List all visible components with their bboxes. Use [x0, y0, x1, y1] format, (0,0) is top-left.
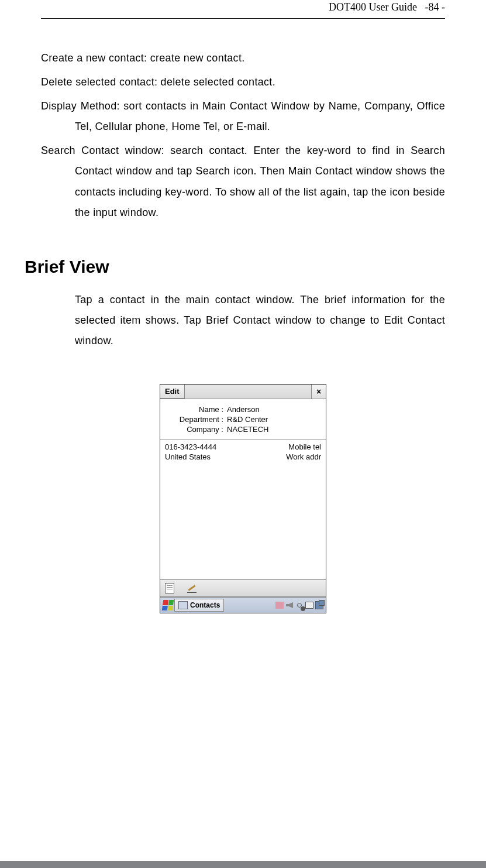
- taskbar: Contacts: [160, 597, 326, 613]
- paragraph-display-method: Display Method: sort contacts in Main Co…: [41, 96, 445, 137]
- taskbar-app-button[interactable]: Contacts: [174, 599, 224, 612]
- titlebar-spacer: [185, 385, 311, 399]
- list-row-address[interactable]: United States Work addr: [165, 452, 321, 462]
- value-department: R&D Center: [227, 415, 320, 424]
- section-heading-brief-view: Brief View: [25, 257, 445, 277]
- tray-windows-icon[interactable]: [315, 601, 323, 609]
- tray-connection-icon[interactable]: [295, 601, 304, 609]
- document-icon[interactable]: [165, 583, 174, 593]
- tray-keyboard-icon[interactable]: [305, 601, 313, 609]
- page-footer-bar: [0, 861, 486, 868]
- embedded-screenshot: Edit × Name : Anderson Department : R&D …: [41, 384, 445, 613]
- header-title: DOT400 User Guide: [329, 1, 417, 13]
- tray-hand-icon[interactable]: [275, 601, 284, 609]
- taskbar-app-label: Contacts: [190, 601, 220, 609]
- info-row-name: Name : Anderson: [166, 405, 320, 414]
- paragraph-brief-view: Tap a contact in the main contact window…: [41, 290, 445, 351]
- paragraph-search-contact: Search Contact window: search contact. E…: [41, 140, 445, 222]
- bottom-toolbar: [160, 580, 326, 597]
- value-company: NACETECH: [227, 425, 320, 434]
- close-button[interactable]: ×: [311, 385, 326, 399]
- contact-info-block[interactable]: Name : Anderson Department : R&D Center …: [160, 399, 326, 440]
- label-department: Department :: [166, 415, 227, 424]
- header-page-number: -84 -: [425, 1, 446, 13]
- list-address-type: Work addr: [286, 452, 321, 462]
- system-tray: [275, 601, 325, 609]
- info-row-department: Department : R&D Center: [166, 415, 320, 424]
- window-titlebar: Edit ×: [160, 385, 326, 399]
- tray-speaker-icon[interactable]: [285, 601, 294, 609]
- start-menu-icon[interactable]: [162, 600, 174, 610]
- info-row-company: Company : NACETECH: [166, 425, 320, 434]
- paragraph-create-contact: Create a new contact: create new contact…: [41, 48, 445, 68]
- label-name: Name :: [166, 405, 227, 414]
- list-phone-value: 016-3423-4444: [165, 442, 216, 452]
- list-row-phone[interactable]: 016-3423-4444 Mobile tel: [165, 442, 321, 452]
- paragraph-delete-contact: Delete selected contact: delete selected…: [41, 72, 445, 92]
- label-company: Company :: [166, 425, 227, 434]
- page-header: DOT400 User Guide -84 -: [41, 0, 445, 13]
- list-address-value: United States: [165, 452, 211, 462]
- contacts-app-icon: [178, 601, 188, 609]
- close-icon: ×: [316, 387, 321, 396]
- list-phone-type: Mobile tel: [288, 442, 321, 452]
- edit-button[interactable]: Edit: [160, 385, 185, 399]
- value-name: Anderson: [227, 405, 320, 414]
- header-divider: [41, 18, 445, 19]
- edit-pencil-icon[interactable]: [187, 584, 198, 593]
- contact-details-list[interactable]: 016-3423-4444 Mobile tel United States W…: [160, 440, 326, 580]
- device-window: Edit × Name : Anderson Department : R&D …: [160, 384, 326, 613]
